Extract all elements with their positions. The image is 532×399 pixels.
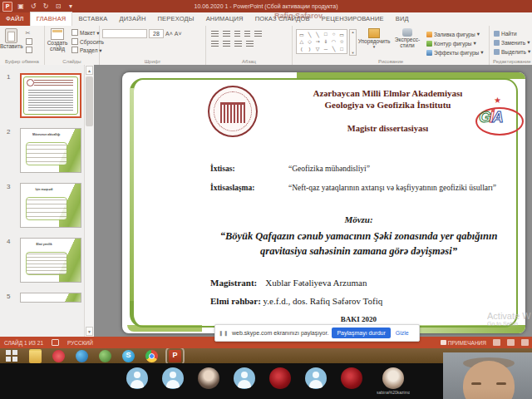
shape-icon[interactable]: ╲ [316,32,319,37]
shape-icon[interactable]: ○ [332,32,336,37]
participant-avatar[interactable] [198,367,219,389]
shape-icon[interactable]: □ [324,32,328,37]
participant[interactable] [305,367,327,390]
participant[interactable] [126,367,148,390]
shape-icon[interactable]: ▭ [299,32,304,37]
ribbon-tab[interactable]: РЕЦЕНЗИРОВАНИЕ [316,12,390,26]
arrange-button[interactable]: Упорядочить ▾ [357,26,392,56]
ribbon-tab[interactable]: ПЕРЕХОДЫ [152,12,200,26]
shape-icon[interactable]: ╲ [308,32,312,37]
shapes-gallery-scrollbar[interactable]: ▲▼ [349,29,357,56]
shape-icon[interactable]: ☆ [339,38,343,44]
scrollbar-thumb[interactable] [86,76,93,126]
replace-button[interactable]: Заменить ▾ [494,39,532,46]
taskbar-icon-start[interactable] [6,350,18,362]
taskbar-icon-edge[interactable] [76,350,88,362]
slide[interactable]: ★ GİA Azərbaycan Milli Elmlər Akademiyas… [122,72,525,333]
participant[interactable] [269,367,291,390]
shape-icon[interactable]: ⇒ [316,38,320,44]
decrease-indent-icon[interactable] [234,31,240,37]
slide-sorter-view-icon[interactable] [507,339,515,346]
participant-avatar[interactable] [126,367,148,389]
new-slide-button[interactable]: Создать слайд [45,26,70,54]
shape-effects-button[interactable]: Эффекты фигуры ▾ [426,49,483,56]
undo-icon[interactable]: ↺ [29,2,37,11]
taskbar-icon-skype[interactable] [122,350,135,362]
paste-button[interactable]: Вставить [0,26,23,53]
cut-icon[interactable]: ✂ [26,30,34,37]
align-center-icon[interactable] [223,41,230,47]
quick-styles-button[interactable]: Экспресс-стили [392,26,423,56]
taskbar-icon-chrome[interactable] [145,350,158,362]
taskbar-icon-onenote[interactable] [99,350,111,362]
line-spacing-icon[interactable] [254,31,262,37]
participant[interactable] [341,367,362,390]
participant-avatar[interactable] [341,367,362,389]
participant-avatar[interactable] [382,367,404,389]
ribbon-tab[interactable]: ВИД [390,12,415,26]
participant-avatar[interactable] [234,367,255,389]
shape-icon[interactable]: ─ [324,47,328,52]
ribbon-tab[interactable]: ПОКАЗ СЛАЙДОВ [249,12,316,26]
shape-icon[interactable]: □ [340,47,343,52]
language-indicator[interactable]: РУССКИЙ [67,340,93,346]
copy-icon[interactable] [26,38,32,45]
shape-icon[interactable]: ╲ [332,46,336,52]
shrink-font-icon[interactable]: A˅ [175,31,182,37]
start-slideshow-icon[interactable]: ⊡ [54,2,62,11]
format-painter-icon[interactable] [26,47,32,53]
participant-avatar[interactable] [269,367,291,389]
taskbar-icon-powerpoint[interactable] [169,350,181,362]
shape-icon[interactable]: ◠ [332,38,336,44]
select-button[interactable]: Выделить ▾ [494,48,532,55]
redo-icon[interactable]: ↻ [42,2,50,11]
participant[interactable]: sabina%20kazimova [377,367,410,395]
ribbon-tab[interactable]: ДИЗАЙН [114,12,152,26]
thumbnail-scrollbar[interactable]: ▲ ▼ [84,65,94,337]
slide-thumbnail[interactable]: 4 Elmi yenilik [7,238,94,283]
grow-font-icon[interactable]: A˄ [165,31,173,37]
participant[interactable] [162,367,184,390]
stop-sharing-button[interactable]: Paylaşmayı durdur [332,328,390,338]
align-right-icon[interactable] [234,41,242,47]
scroll-down-icon[interactable]: ▼ [86,327,93,336]
save-icon[interactable]: ▣ [17,2,25,11]
participant[interactable] [234,367,255,390]
shape-icon[interactable]: ◇ [308,38,312,44]
normal-view-icon[interactable] [493,339,500,346]
slide-thumbnail[interactable]: 1 [7,73,94,118]
powerpoint-app-icon[interactable]: P [2,2,12,12]
slide-thumbnail[interactable]: 5 [7,293,94,303]
reading-view-icon[interactable] [521,339,529,346]
justify-icon[interactable] [246,41,254,47]
taskbar-icon-itunes[interactable] [52,350,65,362]
participant-avatar[interactable] [305,367,327,389]
slide-thumbnail[interactable]: 2 Mövzunun aktuallığı [7,128,94,173]
font-name-combobox[interactable] [102,29,147,38]
increase-indent-icon[interactable] [244,31,250,37]
participant[interactable] [198,367,219,390]
ribbon-tab[interactable]: ВСТАВКА [72,12,113,26]
shape-icon[interactable]: △ [300,38,304,44]
shape-outline-button[interactable]: Контур фигуры ▾ [426,40,483,47]
taskbar-icon-explorer[interactable] [29,349,42,363]
shape-icon[interactable]: ( [301,47,303,52]
shape-fill-button[interactable]: Заливка фигуры ▾ [426,31,483,37]
scroll-up-icon[interactable]: ▲ [86,66,93,75]
font-size-combobox[interactable]: 28 [149,29,164,38]
ribbon-tab[interactable]: ГЛАВНАЯ [30,12,73,26]
shape-icon[interactable]: ▭ [339,32,344,37]
shape-icon[interactable]: ▽ [316,46,320,52]
webcam-video-tile[interactable] [443,352,532,399]
shape-icon[interactable]: ⇓ [323,38,328,44]
notes-icon[interactable] [52,339,59,346]
participant-avatar[interactable] [162,367,184,389]
qat-customize-icon[interactable]: ▾ [66,2,75,11]
hide-link[interactable]: Gizle [396,330,409,336]
ribbon-tab[interactable]: АНИМАЦИЯ [200,12,249,26]
ribbon-tab[interactable]: ФАЙЛ [0,12,30,26]
shape-icon[interactable]: ) [308,47,310,52]
numbering-icon[interactable] [223,31,230,37]
comments-button[interactable]: ПРИМЕЧАНИЯ [441,340,486,346]
slide-thumbnail[interactable]: 3 İşin məqsədi [7,183,94,228]
